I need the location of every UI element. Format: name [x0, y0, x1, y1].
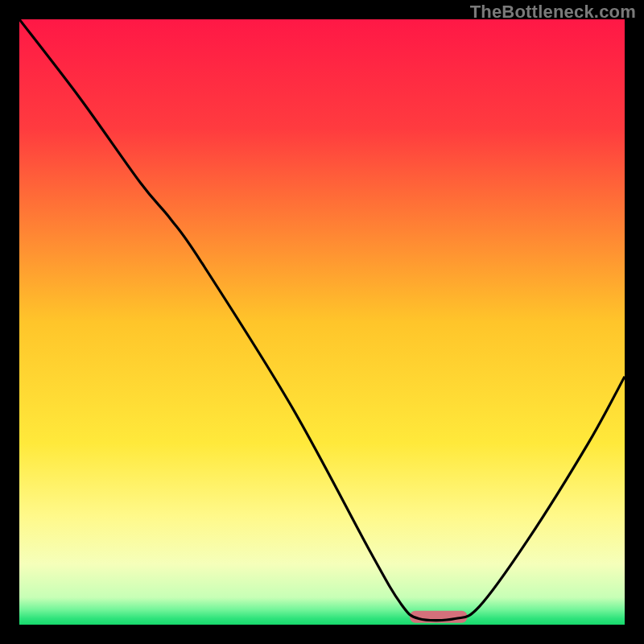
bottleneck-chart: [19, 19, 625, 625]
chart-background: [19, 19, 625, 625]
chart-frame: [19, 19, 625, 625]
watermark-text: TheBottleneck.com: [470, 2, 636, 23]
